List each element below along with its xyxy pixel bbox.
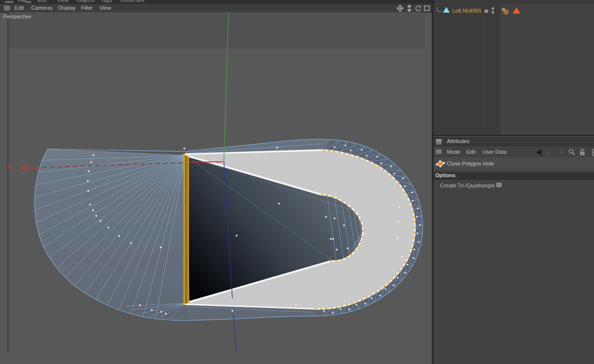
editor-visibility-dot[interactable]: [484, 9, 488, 13]
perspective-viewport[interactable]: Edit Cameras Display Filter View: [0, 4, 432, 364]
clipped-icon: [591, 148, 594, 156]
menu-edit[interactable]: Edit: [38, 0, 47, 3]
om-column-divider: [500, 4, 501, 135]
close-polygon-hole-icon: [435, 160, 445, 168]
render-visibility-toggle[interactable]: [492, 7, 494, 10]
vp-menu-cameras[interactable]: Cameras: [31, 5, 53, 11]
vp-menu-filter[interactable]: Filter: [81, 5, 93, 11]
menu-bookmark[interactable]: Bookmark: [120, 0, 145, 3]
viewport-camera-label[interactable]: Perspective: [3, 14, 31, 19]
menu-objects[interactable]: Objects: [77, 0, 95, 3]
panel-grip-icon[interactable]: [436, 149, 442, 154]
history-forward-icon[interactable]: [546, 149, 552, 155]
menu-view[interactable]: View: [57, 0, 69, 3]
vp-menu-edit[interactable]: Edit: [15, 5, 24, 11]
loft-nurbs-icon[interactable]: [443, 7, 450, 13]
active-tool-row: Close Polygon Hole: [434, 157, 594, 170]
phong-tag-icon: [502, 8, 505, 11]
create-tri-quadrangle-checkbox[interactable]: [496, 182, 502, 188]
viewport-canvas[interactable]: [0, 12, 432, 364]
viewport-horizon-band: [7, 12, 424, 48]
tree-branch: [437, 7, 442, 12]
om-column-divider: [482, 4, 483, 135]
attributes-menubar: Mode Edit User Data: [434, 146, 594, 158]
toolbar-fragment: [5, 1, 14, 3]
panel-grip-icon[interactable]: [4, 5, 10, 11]
history-back-icon[interactable]: [536, 149, 541, 155]
create-tri-quadrangle-label: Create Tri-/Quadrangle: [440, 182, 495, 188]
cinema4d-window: { "top_menu": { "items": ["File", "Edit"…: [0, 0, 594, 364]
object-manager[interactable]: Loft NURBS: [434, 4, 594, 135]
viewport-left-edge: [7, 12, 9, 352]
history-up-icon[interactable]: [559, 149, 565, 155]
vp-menu-display[interactable]: Display: [58, 5, 76, 11]
options-section-header[interactable]: Options: [434, 171, 594, 180]
render-visibility-toggle[interactable]: [492, 11, 494, 14]
right-panel: Loft NURBS Attributes Mode Edit User Dat…: [434, 0, 594, 364]
rotate-icon[interactable]: [415, 5, 422, 12]
attr-menu-edit[interactable]: Edit: [466, 149, 476, 155]
attributes-body: Create Tri-/Quadrangle: [434, 180, 594, 364]
selection-tag-icon[interactable]: [513, 7, 520, 14]
attributes-title: Attributes: [447, 138, 469, 144]
om-tag-column: [500, 4, 594, 135]
object-name[interactable]: Loft NURBS: [452, 8, 481, 14]
search-icon[interactable]: [568, 148, 575, 156]
vp-menu-view[interactable]: View: [99, 5, 111, 11]
attributes-titlebar[interactable]: Attributes: [434, 137, 594, 146]
lock-icon[interactable]: [579, 148, 586, 156]
menu-tags[interactable]: Tags: [101, 0, 112, 3]
maximize-icon[interactable]: [423, 5, 430, 12]
pan-icon[interactable]: [397, 5, 403, 12]
object-row-loft-nurbs[interactable]: Loft NURBS: [434, 5, 594, 17]
viewport-menubar: Edit Cameras Display Filter View: [0, 4, 432, 13]
attr-menu-mode[interactable]: Mode: [447, 149, 460, 155]
menu-file[interactable]: File: [18, 0, 27, 3]
options-section-title: Options: [435, 172, 456, 178]
attr-menu-userdata[interactable]: User Data: [482, 149, 507, 155]
active-tool-title: Close Polygon Hole: [447, 161, 494, 166]
panel-icon: [436, 139, 442, 145]
zoom-icon[interactable]: [406, 5, 413, 12]
